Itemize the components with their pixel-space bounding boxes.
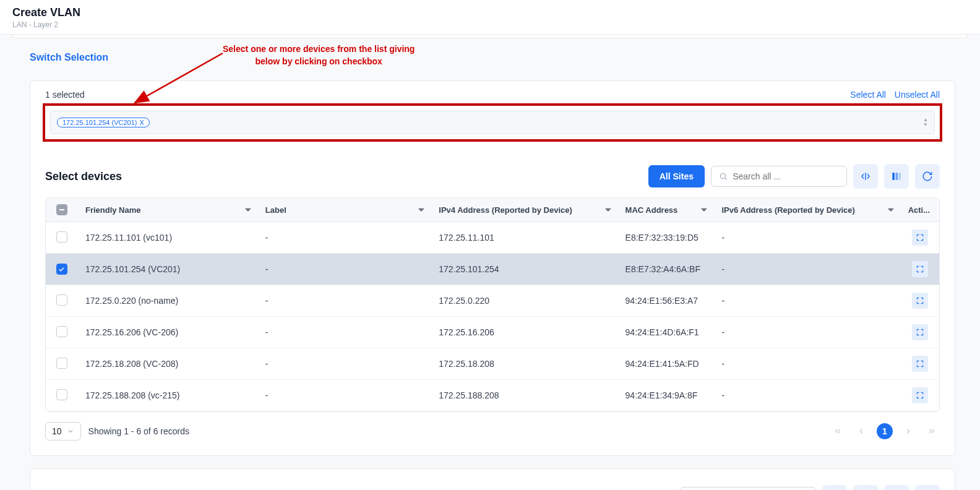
row-checkbox[interactable] (56, 264, 67, 275)
svg-rect-6 (896, 173, 898, 180)
page-1[interactable]: 1 (877, 423, 893, 439)
table-row[interactable]: 172.25.0.220 (no-name) - 172.25.0.220 94… (46, 285, 939, 317)
unselect-all-link[interactable]: Unselect All (895, 90, 940, 100)
row-checkbox[interactable] (56, 294, 67, 306)
selected-count: 1 selected (45, 90, 85, 100)
cell-ipv4: 172.25.16.206 (431, 317, 617, 348)
col-mac[interactable]: MAC Address⏷ (618, 198, 715, 222)
cell-label: - (258, 285, 431, 317)
cell-ipv6: - (714, 348, 900, 380)
table-row[interactable]: 172.25.11.101 (vc101) - 172.25.11.101 E8… (46, 222, 939, 254)
next-page-icon[interactable] (900, 423, 916, 439)
all-sites-button[interactable]: All Sites (648, 165, 705, 187)
last-page-icon[interactable] (924, 423, 940, 439)
cell-label: - (258, 348, 431, 380)
resize-columns-icon[interactable] (822, 485, 847, 490)
svg-point-2 (720, 173, 725, 178)
cell-friendly-name: 172.25.18.208 (VC-208) (78, 348, 258, 380)
col-actions[interactable]: Acti... (901, 198, 939, 222)
cell-ipv4: 172.25.101.254 (431, 254, 617, 285)
cell-ipv4: 172.25.11.101 (431, 222, 617, 254)
columns-icon[interactable] (853, 485, 878, 490)
section-title: Switch Selection (30, 38, 955, 68)
expand-icon[interactable] (912, 261, 928, 277)
devices-title: Select devices (45, 170, 122, 183)
first-page-icon[interactable] (830, 423, 846, 439)
records-text: Showing 1 - 6 of 6 records (88, 426, 189, 436)
expand-icon[interactable] (912, 387, 928, 403)
selected-chip[interactable]: 172.25.101.254 (VC201) X (57, 118, 150, 127)
cell-friendly-name: 172.25.0.220 (no-name) (78, 285, 258, 317)
table-row[interactable]: 172.25.18.208 (VC-208) - 172.25.18.208 9… (46, 348, 939, 380)
cell-mac: 94:24:E1:41:5A:FD (618, 348, 715, 380)
filter-icon[interactable]: ⏷ (244, 205, 252, 214)
resize-columns-icon[interactable] (853, 164, 878, 189)
cell-ipv4: 172.25.0.220 (431, 285, 617, 317)
devices-table: Friendly Name⏷ Label⏷ IPv4 Address (Repo… (45, 197, 940, 412)
page-header: Create VLAN LAN - Layer 2 (0, 0, 980, 35)
filter-icon[interactable]: ⏷ (700, 205, 708, 214)
cell-friendly-name: 172.25.188.208 (vc-215) (78, 380, 258, 411)
cell-mac: 94:24:E1:34:9A:8F (618, 380, 715, 411)
annotation-text: Select one or more devices from the list… (223, 43, 415, 67)
table-row[interactable]: 172.25.101.254 (VC201) - 172.25.101.254 … (46, 254, 939, 285)
col-ipv4[interactable]: IPv4 Address (Reported by Device)⏷ (431, 198, 617, 222)
search-icon (719, 171, 728, 181)
cell-mac: E8:E7:32:33:19:D5 (618, 222, 715, 254)
cell-ipv4: 172.25.188.208 (431, 380, 617, 411)
page-size-dropdown[interactable]: 10 (45, 422, 81, 441)
refresh-icon[interactable] (915, 164, 940, 189)
breadcrumb: LAN - Layer 2 (12, 20, 968, 29)
cell-label: - (258, 254, 431, 285)
cell-label: - (258, 222, 431, 254)
cell-mac: E8:E7:32:A4:6A:BF (618, 254, 715, 285)
row-checkbox[interactable] (56, 231, 67, 243)
select-all-link[interactable]: Select All (850, 90, 886, 100)
svg-rect-7 (899, 173, 901, 180)
table-row[interactable]: 172.25.16.206 (VC-206) - 172.25.16.206 9… (46, 317, 939, 348)
svg-rect-8 (59, 209, 64, 210)
cell-ipv6: - (714, 285, 900, 317)
expand-icon[interactable] (912, 293, 928, 309)
svg-rect-5 (892, 173, 895, 180)
header-checkbox[interactable] (56, 204, 67, 215)
table-row[interactable]: 172.25.188.208 (vc-215) - 172.25.188.208… (46, 380, 939, 411)
spinner-icon[interactable]: ▲▼ (923, 118, 928, 127)
selected-chip-container[interactable]: 172.25.101.254 (VC201) X ▲▼ (50, 111, 935, 134)
row-checkbox[interactable] (56, 389, 67, 400)
cell-mac: 94:24:E1:4D:6A:F1 (618, 317, 715, 348)
col-label[interactable]: Label⏷ (258, 198, 431, 222)
expand-icon[interactable] (912, 324, 928, 340)
row-checkbox[interactable] (56, 358, 67, 369)
cell-friendly-name: 172.25.101.254 (VC201) (78, 254, 258, 285)
filter-icon[interactable]: ⏷ (604, 205, 612, 214)
switch-selection-card: 1 selected Select All Unselect All 172.2… (30, 80, 955, 456)
export-icon[interactable] (884, 485, 909, 490)
search-input[interactable] (680, 487, 816, 490)
cell-ipv4: 172.25.18.208 (431, 348, 617, 380)
col-ipv6[interactable]: IPv6 Address (Reported by Device)⏷ (714, 198, 900, 222)
columns-icon[interactable] (884, 164, 909, 189)
filter-icon[interactable]: ⏷ (887, 205, 895, 214)
expand-icon[interactable] (912, 230, 928, 246)
pagination: 1 (830, 423, 940, 439)
upload-icon[interactable] (915, 485, 940, 490)
cell-ipv6: - (714, 222, 900, 254)
cell-friendly-name: 172.25.11.101 (vc101) (78, 222, 258, 254)
cell-friendly-name: 172.25.16.206 (VC-206) (78, 317, 258, 348)
cell-ipv6: - (714, 254, 900, 285)
expand-icon[interactable] (912, 356, 928, 372)
chevron-down-icon (67, 428, 74, 435)
cell-label: - (258, 317, 431, 348)
filter-icon[interactable]: ⏷ (418, 205, 425, 214)
search-input[interactable] (711, 166, 847, 187)
col-friendly-name[interactable]: Friendly Name⏷ (78, 198, 258, 222)
svg-line-3 (725, 178, 727, 180)
row-checkbox[interactable] (56, 326, 67, 337)
cell-ipv6: - (714, 380, 900, 411)
prev-page-icon[interactable] (853, 423, 869, 439)
cell-ipv6: - (714, 317, 900, 348)
selected-devices-card: Selected devices (30, 468, 955, 490)
chip-remove-icon[interactable]: X (139, 119, 144, 126)
cell-label: - (258, 380, 431, 411)
